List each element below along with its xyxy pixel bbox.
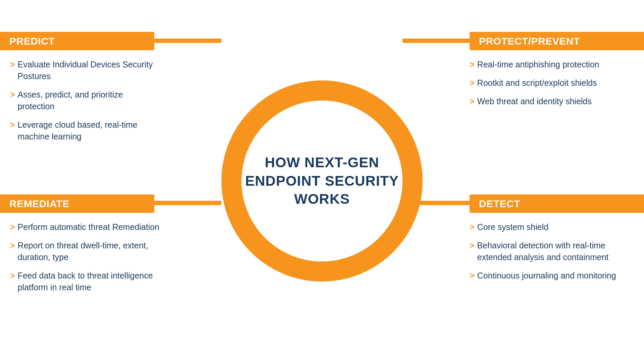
- predict-item-1: > Evaluate Individual Devices Security P…: [10, 59, 154, 82]
- predict-item-3: > Leverage cloud based, real-time machin…: [10, 119, 154, 142]
- bullet-arrow-icon: >: [470, 240, 475, 251]
- protect-content: > Real-time antiphishing protection > Ro…: [470, 59, 634, 114]
- remediate-item-3: > Feed data back to threat intelligence …: [10, 270, 161, 293]
- detect-item-3: > Continuous journaling and monitoring: [470, 270, 634, 282]
- protect-item-3: > Web threat and identity shields: [470, 96, 634, 107]
- predict-label: PREDICT: [9, 36, 55, 47]
- detect-label: DETECT: [479, 198, 520, 209]
- remediate-banner: REMEDIATE: [0, 194, 154, 213]
- detect-banner: DETECT: [470, 194, 644, 213]
- protect-label: PROTECT/PREVENT: [479, 36, 580, 47]
- bullet-arrow-icon: >: [470, 270, 475, 282]
- connector-left-top: [154, 39, 221, 43]
- detect-item-2: > Behavioral detection with real-time ex…: [470, 240, 634, 263]
- bullet-arrow-icon: >: [10, 221, 15, 233]
- bullet-arrow-icon: >: [10, 270, 15, 282]
- remediate-item-1: > Perform automatic threat Remediation: [10, 221, 161, 233]
- remediate-label: REMEDIATE: [9, 198, 69, 209]
- predict-content: > Evaluate Individual Devices Security P…: [10, 59, 154, 149]
- detect-content: > Core system shield > Behavioral detect…: [470, 221, 634, 288]
- bullet-arrow-icon: >: [10, 240, 15, 251]
- remediate-item-2: > Report on threat dwell-time, extent, d…: [10, 240, 161, 263]
- protect-item-2: > Rootkit and script/exploit shields: [470, 77, 634, 89]
- connector-left-bottom: [154, 201, 221, 205]
- center-title: HOW NEXT-GEN ENDPOINT SECURITY WORKS: [241, 154, 402, 208]
- center-circle: HOW NEXT-GEN ENDPOINT SECURITY WORKS: [221, 80, 423, 282]
- bullet-arrow-icon: >: [10, 89, 15, 101]
- bullet-arrow-icon: >: [470, 96, 475, 107]
- remediate-content: > Perform automatic threat Remediation >…: [10, 221, 161, 300]
- bullet-arrow-icon: >: [470, 77, 475, 89]
- inner-circle: HOW NEXT-GEN ENDPOINT SECURITY WORKS: [241, 101, 402, 261]
- bullet-arrow-icon: >: [470, 221, 475, 233]
- protect-banner: PROTECT/PREVENT: [470, 32, 644, 50]
- detect-item-1: > Core system shield: [470, 221, 634, 233]
- predict-item-2: > Asses, predict, and prioritize protect…: [10, 89, 154, 112]
- bullet-arrow-icon: >: [10, 59, 15, 70]
- bullet-arrow-icon: >: [470, 59, 475, 70]
- connector-right-bottom: [402, 201, 470, 205]
- predict-banner: PREDICT: [0, 32, 154, 50]
- connector-right-top: [402, 39, 470, 43]
- protect-item-1: > Real-time antiphishing protection: [470, 59, 634, 70]
- bullet-arrow-icon: >: [10, 119, 15, 131]
